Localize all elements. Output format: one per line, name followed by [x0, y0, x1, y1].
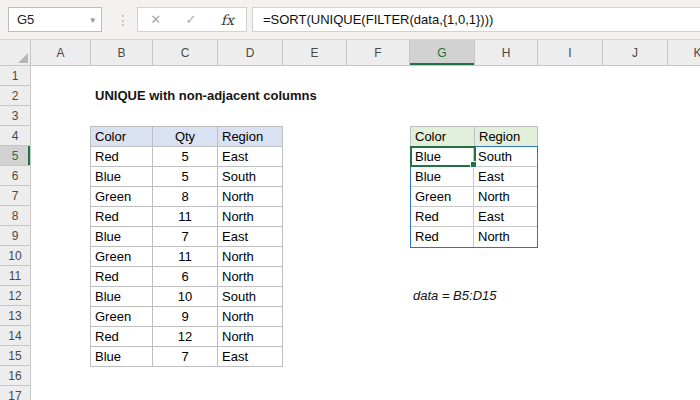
- table-row: Red6North: [91, 267, 283, 287]
- table-row: RedNorth: [411, 227, 537, 247]
- name-box-value: G5: [17, 12, 34, 27]
- table-cell[interactable]: North: [218, 247, 283, 267]
- table-cell[interactable]: 6: [153, 267, 218, 287]
- table-cell[interactable]: Qty: [153, 127, 218, 147]
- table-cell[interactable]: 8: [153, 187, 218, 207]
- table-cell[interactable]: 5: [153, 147, 218, 167]
- table-cell[interactable]: Green: [411, 187, 474, 207]
- formula-text: =SORT(UNIQUE(FILTER(data,{1,0,1}))): [263, 12, 493, 27]
- table-cell[interactable]: 7: [153, 227, 218, 247]
- table-cell[interactable]: Color: [411, 127, 475, 147]
- row-header-8[interactable]: 8: [0, 206, 30, 226]
- formula-buttons: ✕ ✓ fx: [137, 7, 247, 32]
- table-cell[interactable]: Red: [411, 227, 474, 247]
- table-row: Green9North: [91, 307, 283, 327]
- column-header-G[interactable]: G: [410, 40, 475, 65]
- table-cell[interactable]: 11: [153, 207, 218, 227]
- table-cell[interactable]: Red: [91, 207, 153, 227]
- column-header-F[interactable]: F: [347, 40, 410, 65]
- table-cell[interactable]: North: [218, 187, 283, 207]
- enter-icon[interactable]: ✓: [185, 12, 196, 27]
- row-header-16[interactable]: 16: [0, 366, 30, 386]
- column-header-A[interactable]: A: [31, 40, 91, 65]
- table-cell[interactable]: Blue: [411, 147, 474, 167]
- table-cell[interactable]: Blue: [411, 167, 474, 187]
- table-cell[interactable]: Region: [475, 127, 538, 147]
- formula-input[interactable]: =SORT(UNIQUE(FILTER(data,{1,0,1}))): [252, 7, 700, 32]
- table-cell[interactable]: South: [218, 167, 283, 187]
- table-header-row: ColorRegion: [411, 127, 538, 147]
- table-cell[interactable]: Red: [91, 327, 153, 347]
- insert-function-icon[interactable]: fx: [221, 12, 234, 28]
- table-cell[interactable]: Red: [411, 207, 474, 227]
- table-cell[interactable]: 10: [153, 287, 218, 307]
- column-header-E[interactable]: E: [283, 40, 347, 65]
- table-cell[interactable]: 5: [153, 167, 218, 187]
- named-range-note[interactable]: data = B5:D15: [413, 286, 496, 306]
- table-cell[interactable]: 7: [153, 347, 218, 367]
- row-header-9[interactable]: 9: [0, 226, 30, 246]
- row-header-4[interactable]: 4: [0, 126, 30, 146]
- table-row: Blue7East: [91, 227, 283, 247]
- toolbar-separator-dots: ⋮: [116, 9, 130, 31]
- name-box-dropdown-icon[interactable]: ▾: [90, 15, 95, 25]
- table-cell[interactable]: Green: [91, 187, 153, 207]
- table-cell[interactable]: East: [474, 207, 537, 227]
- table-cell[interactable]: Red: [91, 147, 153, 167]
- table-cell[interactable]: East: [218, 227, 283, 247]
- row-header-17[interactable]: 17: [0, 386, 30, 400]
- row-header-7[interactable]: 7: [0, 186, 30, 206]
- table-cell[interactable]: Blue: [91, 347, 153, 367]
- column-header-I[interactable]: I: [538, 40, 603, 65]
- row-header-11[interactable]: 11: [0, 266, 30, 286]
- fill-handle[interactable]: [470, 161, 477, 168]
- table-cell[interactable]: North: [218, 307, 283, 327]
- table-cell[interactable]: Green: [91, 247, 153, 267]
- table-row: Blue7East: [91, 347, 283, 367]
- select-all-corner[interactable]: [0, 40, 31, 65]
- table-cell[interactable]: Green: [91, 307, 153, 327]
- row-header-3[interactable]: 3: [0, 106, 30, 126]
- table-cell[interactable]: East: [474, 167, 537, 187]
- table-cell[interactable]: North: [218, 207, 283, 227]
- row-header-2[interactable]: 2: [0, 86, 30, 106]
- column-header-J[interactable]: J: [603, 40, 668, 65]
- table-cell[interactable]: North: [474, 187, 537, 207]
- cancel-icon[interactable]: ✕: [150, 12, 161, 27]
- table-cell[interactable]: Blue: [91, 227, 153, 247]
- table-cell[interactable]: Color: [91, 127, 153, 147]
- sheet-canvas[interactable]: UNIQUE with non-adjacent columns ColorQt…: [31, 66, 700, 400]
- table-cell[interactable]: East: [218, 347, 283, 367]
- table-row: Blue5South: [91, 167, 283, 187]
- table-cell[interactable]: Red: [91, 267, 153, 287]
- column-header-C[interactable]: C: [153, 40, 218, 65]
- table-cell[interactable]: 12: [153, 327, 218, 347]
- row-header-column: 1234567891011121314151617: [0, 66, 31, 400]
- table-cell[interactable]: East: [218, 147, 283, 167]
- row-header-5[interactable]: 5: [0, 146, 30, 166]
- row-header-15[interactable]: 15: [0, 346, 30, 366]
- column-header-D[interactable]: D: [218, 40, 283, 65]
- column-header-H[interactable]: H: [475, 40, 538, 65]
- table-cell[interactable]: North: [218, 267, 283, 287]
- table-cell[interactable]: North: [474, 227, 537, 247]
- column-header-K[interactable]: K: [668, 40, 700, 65]
- table-cell[interactable]: 11: [153, 247, 218, 267]
- name-box[interactable]: G5 ▾: [8, 7, 102, 32]
- table-cell[interactable]: South: [474, 147, 537, 167]
- row-header-12[interactable]: 12: [0, 286, 30, 306]
- table-cell[interactable]: Blue: [91, 287, 153, 307]
- row-header-10[interactable]: 10: [0, 246, 30, 266]
- worksheet-title[interactable]: UNIQUE with non-adjacent columns: [95, 86, 317, 106]
- column-header-B[interactable]: B: [91, 40, 153, 65]
- formula-toolbar: G5 ▾ ⋮ ✕ ✓ fx =SORT(UNIQUE(FILTER(data,{…: [0, 0, 700, 40]
- row-header-14[interactable]: 14: [0, 326, 30, 346]
- table-cell[interactable]: Region: [218, 127, 283, 147]
- table-cell[interactable]: Blue: [91, 167, 153, 187]
- row-header-6[interactable]: 6: [0, 166, 30, 186]
- table-cell[interactable]: North: [218, 327, 283, 347]
- row-header-1[interactable]: 1: [0, 66, 30, 86]
- row-header-13[interactable]: 13: [0, 306, 30, 326]
- table-cell[interactable]: South: [218, 287, 283, 307]
- table-cell[interactable]: 9: [153, 307, 218, 327]
